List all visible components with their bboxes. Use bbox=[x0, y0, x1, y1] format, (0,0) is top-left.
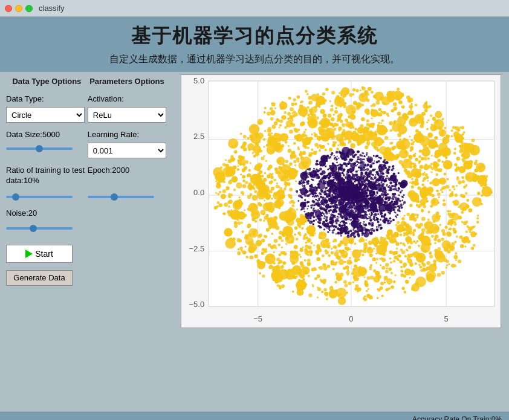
svg-point-1332 bbox=[396, 257, 399, 260]
svg-point-1783 bbox=[463, 161, 472, 170]
svg-point-1213 bbox=[424, 242, 427, 245]
svg-point-3728 bbox=[326, 155, 328, 157]
svg-point-1320 bbox=[426, 128, 429, 131]
ratio-slider[interactable] bbox=[6, 196, 73, 198]
svg-point-2111 bbox=[248, 183, 251, 186]
svg-point-580 bbox=[430, 155, 432, 157]
svg-point-3886 bbox=[350, 160, 352, 162]
svg-point-1603 bbox=[233, 221, 237, 225]
maximize-button[interactable] bbox=[25, 5, 33, 12]
svg-point-3751 bbox=[356, 199, 358, 201]
svg-point-3924 bbox=[385, 177, 387, 179]
generate-data-button[interactable]: Generate Data bbox=[6, 270, 73, 286]
svg-point-387 bbox=[280, 106, 284, 110]
svg-point-1352 bbox=[261, 175, 264, 178]
svg-point-1722 bbox=[385, 263, 389, 267]
svg-point-1121 bbox=[421, 228, 425, 232]
svg-point-400 bbox=[389, 250, 392, 254]
svg-point-3466 bbox=[388, 166, 391, 168]
svg-point-2395 bbox=[326, 160, 328, 162]
svg-point-1766 bbox=[243, 166, 247, 170]
activation-select[interactable]: ReLu Sigmoid Tanh Linear bbox=[88, 107, 166, 123]
svg-point-3817 bbox=[376, 179, 379, 182]
svg-point-1089 bbox=[446, 231, 450, 236]
svg-point-479 bbox=[273, 262, 275, 265]
svg-point-1355 bbox=[293, 98, 296, 101]
svg-point-1120 bbox=[340, 106, 342, 108]
svg-point-3971 bbox=[314, 186, 317, 189]
svg-point-3096 bbox=[313, 207, 314, 208]
data-type-select[interactable]: Circle XOR Gaussian Spiral bbox=[6, 107, 85, 123]
svg-point-3909 bbox=[382, 161, 385, 164]
svg-point-481 bbox=[367, 144, 369, 146]
svg-point-1153 bbox=[414, 262, 417, 265]
svg-point-2699 bbox=[340, 216, 343, 219]
learning-rate-select[interactable]: 0.001 0.003 0.01 0.03 0.1 0.3 1 bbox=[88, 143, 166, 158]
svg-point-1966 bbox=[400, 270, 403, 273]
svg-point-137 bbox=[410, 139, 413, 141]
svg-point-1905 bbox=[304, 233, 307, 236]
svg-point-1429 bbox=[400, 93, 404, 97]
minimize-button[interactable] bbox=[15, 5, 22, 12]
svg-point-3564 bbox=[364, 224, 367, 227]
svg-point-1221 bbox=[422, 140, 424, 142]
svg-text:−2.5: −2.5 bbox=[189, 244, 204, 253]
svg-point-673 bbox=[297, 222, 301, 227]
svg-point-774 bbox=[461, 221, 463, 224]
data-size-slider[interactable] bbox=[6, 147, 73, 150]
svg-point-386 bbox=[279, 286, 282, 289]
svg-point-3138 bbox=[313, 168, 315, 170]
svg-point-1852 bbox=[456, 157, 460, 161]
svg-point-3028 bbox=[328, 195, 331, 197]
svg-point-992 bbox=[258, 121, 262, 124]
svg-point-2210 bbox=[465, 192, 467, 195]
svg-point-1680 bbox=[421, 194, 425, 198]
svg-point-1276 bbox=[427, 139, 437, 149]
svg-point-1748 bbox=[400, 242, 402, 244]
svg-point-3341 bbox=[357, 158, 358, 160]
svg-point-1523 bbox=[278, 253, 281, 256]
svg-point-962 bbox=[309, 253, 312, 256]
svg-point-937 bbox=[411, 182, 414, 185]
svg-point-3186 bbox=[304, 178, 306, 181]
svg-point-3348 bbox=[376, 198, 378, 200]
svg-point-2154 bbox=[406, 138, 407, 140]
svg-point-1392 bbox=[476, 217, 479, 219]
svg-point-1377 bbox=[267, 256, 269, 258]
svg-point-3061 bbox=[323, 158, 325, 161]
svg-point-1178 bbox=[270, 176, 273, 179]
svg-point-1665 bbox=[307, 245, 311, 250]
svg-point-2178 bbox=[299, 214, 303, 218]
svg-point-2122 bbox=[421, 248, 423, 250]
svg-point-2010 bbox=[386, 94, 395, 103]
svg-point-1549 bbox=[322, 282, 325, 285]
svg-point-2185 bbox=[434, 167, 438, 171]
svg-point-3929 bbox=[308, 174, 310, 176]
svg-point-547 bbox=[247, 137, 249, 140]
svg-point-30 bbox=[398, 160, 403, 164]
svg-point-237 bbox=[278, 236, 282, 239]
svg-point-58 bbox=[453, 200, 459, 206]
svg-point-1299 bbox=[369, 242, 372, 245]
svg-point-3720 bbox=[357, 187, 359, 189]
svg-point-1349 bbox=[412, 141, 415, 143]
svg-point-3223 bbox=[329, 198, 332, 201]
svg-point-1932 bbox=[294, 226, 297, 230]
svg-point-3504 bbox=[323, 182, 325, 184]
svg-point-1999 bbox=[261, 252, 264, 255]
svg-point-3247 bbox=[385, 161, 388, 164]
svg-point-3694 bbox=[319, 219, 322, 221]
svg-point-2815 bbox=[336, 156, 337, 157]
svg-point-1669 bbox=[313, 244, 314, 246]
start-button[interactable]: Start bbox=[6, 245, 73, 263]
epoch-slider[interactable] bbox=[88, 196, 154, 198]
svg-point-3771 bbox=[319, 226, 322, 229]
svg-point-3633 bbox=[369, 160, 371, 161]
svg-point-4006 bbox=[352, 183, 354, 186]
close-button[interactable] bbox=[5, 5, 12, 12]
noise-slider[interactable] bbox=[6, 227, 73, 230]
svg-point-3912 bbox=[370, 164, 371, 165]
svg-point-858 bbox=[296, 95, 300, 99]
svg-point-2252 bbox=[284, 187, 287, 190]
svg-point-3495 bbox=[323, 223, 328, 228]
